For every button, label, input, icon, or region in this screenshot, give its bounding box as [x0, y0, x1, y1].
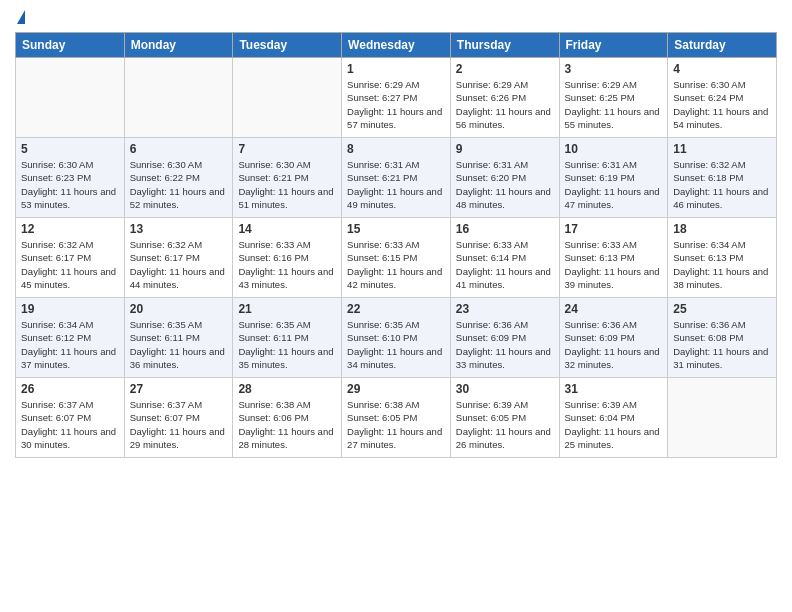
day-number: 24 — [565, 302, 663, 316]
calendar-cell-day-31: 31Sunrise: 6:39 AMSunset: 6:04 PMDayligh… — [559, 378, 668, 458]
day-info: Sunrise: 6:29 AMSunset: 6:26 PMDaylight:… — [456, 78, 554, 131]
day-info: Sunrise: 6:30 AMSunset: 6:23 PMDaylight:… — [21, 158, 119, 211]
day-number: 19 — [21, 302, 119, 316]
day-number: 31 — [565, 382, 663, 396]
day-info: Sunrise: 6:35 AMSunset: 6:11 PMDaylight:… — [238, 318, 336, 371]
calendar-cell-day-9: 9Sunrise: 6:31 AMSunset: 6:20 PMDaylight… — [450, 138, 559, 218]
day-number: 12 — [21, 222, 119, 236]
day-info: Sunrise: 6:34 AMSunset: 6:13 PMDaylight:… — [673, 238, 771, 291]
day-info: Sunrise: 6:31 AMSunset: 6:20 PMDaylight:… — [456, 158, 554, 211]
day-info: Sunrise: 6:39 AMSunset: 6:04 PMDaylight:… — [565, 398, 663, 451]
day-info: Sunrise: 6:31 AMSunset: 6:21 PMDaylight:… — [347, 158, 445, 211]
day-number: 25 — [673, 302, 771, 316]
calendar-cell-day-22: 22Sunrise: 6:35 AMSunset: 6:10 PMDayligh… — [342, 298, 451, 378]
day-info: Sunrise: 6:33 AMSunset: 6:15 PMDaylight:… — [347, 238, 445, 291]
day-number: 4 — [673, 62, 771, 76]
calendar-cell-day-empty — [668, 378, 777, 458]
day-info: Sunrise: 6:32 AMSunset: 6:18 PMDaylight:… — [673, 158, 771, 211]
day-info: Sunrise: 6:35 AMSunset: 6:11 PMDaylight:… — [130, 318, 228, 371]
header — [15, 10, 777, 26]
day-info: Sunrise: 6:36 AMSunset: 6:08 PMDaylight:… — [673, 318, 771, 371]
day-info: Sunrise: 6:32 AMSunset: 6:17 PMDaylight:… — [130, 238, 228, 291]
day-number: 16 — [456, 222, 554, 236]
day-number: 23 — [456, 302, 554, 316]
calendar-cell-day-20: 20Sunrise: 6:35 AMSunset: 6:11 PMDayligh… — [124, 298, 233, 378]
calendar-cell-day-10: 10Sunrise: 6:31 AMSunset: 6:19 PMDayligh… — [559, 138, 668, 218]
day-number: 22 — [347, 302, 445, 316]
calendar-cell-day-18: 18Sunrise: 6:34 AMSunset: 6:13 PMDayligh… — [668, 218, 777, 298]
calendar-cell-day-13: 13Sunrise: 6:32 AMSunset: 6:17 PMDayligh… — [124, 218, 233, 298]
weekday-header-tuesday: Tuesday — [233, 33, 342, 58]
calendar-cell-day-30: 30Sunrise: 6:39 AMSunset: 6:05 PMDayligh… — [450, 378, 559, 458]
weekday-header-friday: Friday — [559, 33, 668, 58]
calendar-cell-day-7: 7Sunrise: 6:30 AMSunset: 6:21 PMDaylight… — [233, 138, 342, 218]
day-number: 14 — [238, 222, 336, 236]
page: SundayMondayTuesdayWednesdayThursdayFrid… — [0, 0, 792, 612]
day-info: Sunrise: 6:36 AMSunset: 6:09 PMDaylight:… — [565, 318, 663, 371]
day-number: 3 — [565, 62, 663, 76]
calendar-week-4: 19Sunrise: 6:34 AMSunset: 6:12 PMDayligh… — [16, 298, 777, 378]
weekday-header-saturday: Saturday — [668, 33, 777, 58]
day-info: Sunrise: 6:39 AMSunset: 6:05 PMDaylight:… — [456, 398, 554, 451]
day-info: Sunrise: 6:34 AMSunset: 6:12 PMDaylight:… — [21, 318, 119, 371]
day-number: 2 — [456, 62, 554, 76]
calendar-cell-day-15: 15Sunrise: 6:33 AMSunset: 6:15 PMDayligh… — [342, 218, 451, 298]
calendar-cell-day-11: 11Sunrise: 6:32 AMSunset: 6:18 PMDayligh… — [668, 138, 777, 218]
calendar-body: 1Sunrise: 6:29 AMSunset: 6:27 PMDaylight… — [16, 58, 777, 458]
calendar-cell-day-23: 23Sunrise: 6:36 AMSunset: 6:09 PMDayligh… — [450, 298, 559, 378]
day-number: 17 — [565, 222, 663, 236]
day-number: 8 — [347, 142, 445, 156]
calendar-cell-day-8: 8Sunrise: 6:31 AMSunset: 6:21 PMDaylight… — [342, 138, 451, 218]
day-info: Sunrise: 6:36 AMSunset: 6:09 PMDaylight:… — [456, 318, 554, 371]
calendar-week-1: 1Sunrise: 6:29 AMSunset: 6:27 PMDaylight… — [16, 58, 777, 138]
calendar-cell-day-3: 3Sunrise: 6:29 AMSunset: 6:25 PMDaylight… — [559, 58, 668, 138]
day-info: Sunrise: 6:33 AMSunset: 6:16 PMDaylight:… — [238, 238, 336, 291]
day-info: Sunrise: 6:37 AMSunset: 6:07 PMDaylight:… — [21, 398, 119, 451]
day-info: Sunrise: 6:38 AMSunset: 6:05 PMDaylight:… — [347, 398, 445, 451]
day-number: 5 — [21, 142, 119, 156]
day-info: Sunrise: 6:29 AMSunset: 6:27 PMDaylight:… — [347, 78, 445, 131]
day-number: 20 — [130, 302, 228, 316]
day-info: Sunrise: 6:31 AMSunset: 6:19 PMDaylight:… — [565, 158, 663, 211]
calendar-week-5: 26Sunrise: 6:37 AMSunset: 6:07 PMDayligh… — [16, 378, 777, 458]
day-info: Sunrise: 6:30 AMSunset: 6:21 PMDaylight:… — [238, 158, 336, 211]
calendar-cell-day-12: 12Sunrise: 6:32 AMSunset: 6:17 PMDayligh… — [16, 218, 125, 298]
calendar-cell-day-28: 28Sunrise: 6:38 AMSunset: 6:06 PMDayligh… — [233, 378, 342, 458]
calendar-cell-day-4: 4Sunrise: 6:30 AMSunset: 6:24 PMDaylight… — [668, 58, 777, 138]
logo-triangle-icon — [17, 10, 25, 24]
calendar-cell-day-29: 29Sunrise: 6:38 AMSunset: 6:05 PMDayligh… — [342, 378, 451, 458]
day-info: Sunrise: 6:30 AMSunset: 6:22 PMDaylight:… — [130, 158, 228, 211]
weekday-header-monday: Monday — [124, 33, 233, 58]
day-info: Sunrise: 6:33 AMSunset: 6:14 PMDaylight:… — [456, 238, 554, 291]
weekday-header-wednesday: Wednesday — [342, 33, 451, 58]
calendar-cell-day-14: 14Sunrise: 6:33 AMSunset: 6:16 PMDayligh… — [233, 218, 342, 298]
day-info: Sunrise: 6:37 AMSunset: 6:07 PMDaylight:… — [130, 398, 228, 451]
calendar-cell-day-19: 19Sunrise: 6:34 AMSunset: 6:12 PMDayligh… — [16, 298, 125, 378]
weekday-header-sunday: Sunday — [16, 33, 125, 58]
logo — [15, 10, 25, 26]
calendar-cell-day-1: 1Sunrise: 6:29 AMSunset: 6:27 PMDaylight… — [342, 58, 451, 138]
calendar-cell-day-21: 21Sunrise: 6:35 AMSunset: 6:11 PMDayligh… — [233, 298, 342, 378]
day-number: 1 — [347, 62, 445, 76]
day-number: 11 — [673, 142, 771, 156]
calendar-cell-day-empty — [233, 58, 342, 138]
calendar: SundayMondayTuesdayWednesdayThursdayFrid… — [15, 32, 777, 458]
calendar-cell-day-empty — [16, 58, 125, 138]
calendar-header: SundayMondayTuesdayWednesdayThursdayFrid… — [16, 33, 777, 58]
day-number: 6 — [130, 142, 228, 156]
calendar-cell-day-27: 27Sunrise: 6:37 AMSunset: 6:07 PMDayligh… — [124, 378, 233, 458]
day-number: 21 — [238, 302, 336, 316]
calendar-cell-day-6: 6Sunrise: 6:30 AMSunset: 6:22 PMDaylight… — [124, 138, 233, 218]
calendar-cell-day-2: 2Sunrise: 6:29 AMSunset: 6:26 PMDaylight… — [450, 58, 559, 138]
weekday-row: SundayMondayTuesdayWednesdayThursdayFrid… — [16, 33, 777, 58]
day-number: 15 — [347, 222, 445, 236]
day-info: Sunrise: 6:29 AMSunset: 6:25 PMDaylight:… — [565, 78, 663, 131]
calendar-cell-day-25: 25Sunrise: 6:36 AMSunset: 6:08 PMDayligh… — [668, 298, 777, 378]
day-info: Sunrise: 6:33 AMSunset: 6:13 PMDaylight:… — [565, 238, 663, 291]
day-number: 18 — [673, 222, 771, 236]
day-number: 30 — [456, 382, 554, 396]
calendar-cell-day-16: 16Sunrise: 6:33 AMSunset: 6:14 PMDayligh… — [450, 218, 559, 298]
calendar-cell-day-empty — [124, 58, 233, 138]
day-number: 27 — [130, 382, 228, 396]
day-info: Sunrise: 6:38 AMSunset: 6:06 PMDaylight:… — [238, 398, 336, 451]
